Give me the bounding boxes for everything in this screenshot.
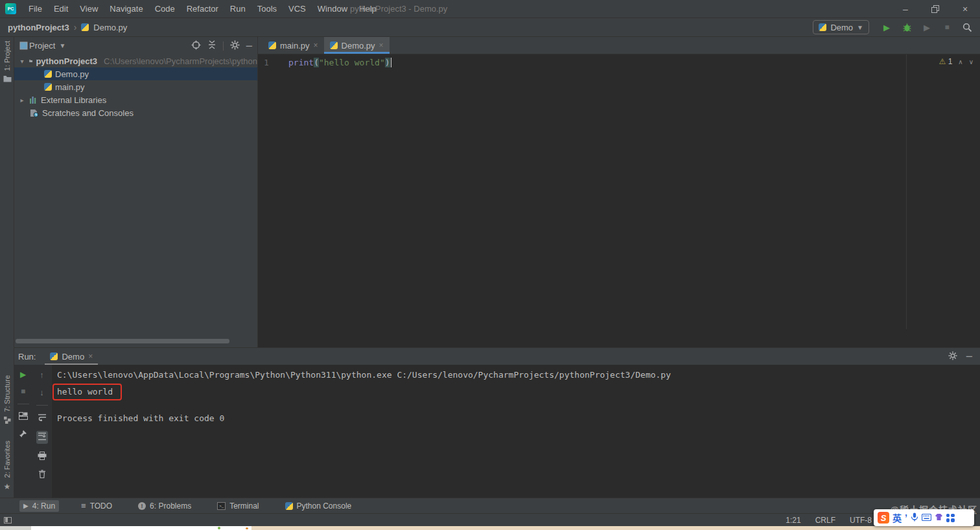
stop-process-button[interactable]: ■ [21, 387, 25, 396]
breadcrumb-separator-icon: › [74, 22, 77, 32]
favorites-stripe-label: 2: Favorites [3, 441, 11, 478]
soft-wrap-button[interactable] [38, 413, 47, 423]
horizontal-scrollbar[interactable] [16, 339, 229, 343]
menu-file[interactable]: File [23, 4, 48, 14]
status-bar: 1:21 CRLF UTF-8 [0, 513, 980, 526]
stripe-bottom-group: 7: Structure 2: Favorites ★ [0, 371, 14, 495]
rerun-button[interactable]: ▶ [20, 370, 26, 379]
down-stacktrace-button[interactable]: ↓ [40, 387, 44, 397]
pin-tab-button[interactable] [19, 430, 27, 440]
menu-vcs[interactable]: VCS [283, 4, 312, 14]
locate-file-button[interactable] [191, 40, 201, 52]
soft-wrap-icon [38, 413, 47, 421]
trash-icon [38, 470, 46, 478]
menu-edit[interactable]: Edit [48, 4, 74, 14]
chevron-expanded-icon[interactable]: ▾ [18, 58, 26, 65]
window-controls: – × [891, 0, 980, 18]
navigation-toolbar: pythonProject3 › Demo.py Demo ▼ ▶ [0, 18, 980, 37]
previous-problem-button[interactable]: ∧ [958, 58, 962, 65]
right-margin-guide [906, 54, 907, 329]
breadcrumb-file[interactable]: Demo.py [93, 23, 127, 32]
up-stacktrace-button[interactable]: ↑ [40, 370, 44, 380]
window-close-button[interactable]: × [950, 0, 980, 18]
tool-window-button-problems[interactable]: ! 6: Problems [134, 500, 195, 512]
hide-panel-button[interactable]: ─ [246, 41, 252, 51]
tree-item-root[interactable]: ▾ pythonProject3 C:\Users\lenovo\Pycharm… [14, 54, 257, 67]
project-stripe-label: 1: Project [3, 41, 11, 71]
ime-voice-button[interactable] [911, 513, 918, 524]
menu-navigate[interactable]: Navigate [104, 4, 148, 14]
menu-tools[interactable]: Tools [251, 4, 283, 14]
run-config-selector[interactable]: Demo ▼ [813, 20, 869, 34]
menu-refactor[interactable]: Refactor [181, 4, 224, 14]
inspections-widget: ⚠ 1 ∧ ∨ [939, 57, 974, 66]
toolbar-divider [18, 404, 29, 404]
ime-punctuation-toggle[interactable]: ’ [905, 514, 907, 521]
sogou-logo-icon[interactable]: S [878, 512, 889, 524]
tree-item-external-libraries[interactable]: ▸ External Libraries [14, 93, 257, 106]
tool-window-button-favorites[interactable]: 2: Favorites ★ [0, 437, 14, 495]
folder-icon [29, 57, 32, 65]
run-settings-button[interactable] [948, 351, 957, 362]
stop-button[interactable]: ■ [940, 21, 953, 34]
hide-run-panel-button[interactable]: ─ [966, 351, 972, 362]
window-minimize-button[interactable]: – [891, 0, 920, 18]
ime-skin-button[interactable] [935, 513, 943, 523]
structure-stripe-label: 7: Structure [3, 375, 11, 412]
debug-button[interactable] [900, 21, 913, 34]
run-left-toolbar: ▶ ■ [14, 365, 32, 498]
ime-keyboard-button[interactable] [922, 513, 931, 523]
console-exit-line: Process finished with exit code 0 [57, 412, 980, 425]
scroll-to-end-button[interactable] [36, 431, 48, 444]
window-title: pythonProject3 - Demo.py [350, 4, 447, 14]
tool-window-button-python-console[interactable]: Python Console [281, 500, 356, 512]
python-file-icon [44, 83, 52, 91]
tool-window-button-project[interactable]: 1: Project [0, 37, 14, 86]
run-panel-header: Run: Demo × ─ [14, 348, 980, 365]
tool-window-button-structure[interactable]: 7: Structure [0, 371, 14, 428]
libraries-icon [29, 96, 38, 104]
window-restore-button[interactable] [920, 0, 950, 18]
run-tab-demo[interactable]: Demo × [45, 348, 98, 365]
tree-item-scratches[interactable]: Scratches and Consoles [14, 106, 257, 119]
menu-window[interactable]: Window [312, 4, 353, 14]
tool-window-button-run[interactable]: ▶ 4: Run [19, 500, 59, 512]
tool-window-button-terminal[interactable]: >_ Terminal [213, 500, 262, 512]
close-icon[interactable]: × [379, 41, 384, 50]
run-with-coverage-button[interactable]: ▶ [920, 21, 933, 34]
ime-toolbox-icon[interactable] [946, 514, 955, 522]
search-everywhere-button[interactable] [961, 21, 974, 34]
menu-code[interactable]: Code [149, 4, 181, 14]
chevron-collapsed-icon[interactable]: ▸ [18, 97, 26, 104]
run-toolbar: Demo ▼ ▶ ▶ ■ [813, 20, 980, 34]
menu-view[interactable]: View [74, 4, 104, 14]
run-button[interactable]: ▶ [880, 21, 893, 34]
file-encoding[interactable]: UTF-8 [850, 516, 872, 525]
print-button[interactable] [38, 452, 47, 462]
restore-layout-button[interactable] [19, 412, 28, 422]
code-token-close-paren: ) [385, 58, 390, 67]
clear-console-button[interactable] [38, 470, 46, 480]
tab-demo-py[interactable]: Demo.py × [324, 37, 390, 54]
line-separator[interactable]: CRLF [815, 516, 835, 525]
project-settings-button[interactable] [230, 40, 240, 52]
collapse-all-button[interactable] [207, 40, 216, 51]
close-icon[interactable]: × [88, 352, 93, 361]
ime-language-toggle[interactable]: 英 [892, 511, 902, 524]
toolbar-divider [223, 41, 224, 51]
tree-item-demo-py[interactable]: Demo.py [14, 67, 257, 80]
code-editor[interactable]: 1 print("hello world") ⚠ 1 ∧ ∨ [258, 54, 980, 347]
run-config-name: Demo [830, 23, 853, 32]
project-panel-title[interactable]: Project [29, 41, 55, 51]
close-icon[interactable]: × [314, 41, 318, 50]
tab-main-py[interactable]: main.py × [262, 37, 324, 54]
next-problem-button[interactable]: ∨ [969, 58, 974, 65]
tool-window-button-todo[interactable]: ≡ TODO [77, 500, 116, 512]
run-console[interactable]: C:\Users\lenovo\AppData\Local\Programs\P… [52, 365, 980, 498]
caret-position[interactable]: 1:21 [786, 516, 800, 525]
menu-run[interactable]: Run [224, 4, 251, 14]
breadcrumb-project[interactable]: pythonProject3 [8, 23, 69, 32]
tree-item-main-py[interactable]: main.py [14, 80, 257, 93]
console-blank-line [57, 400, 980, 412]
tool-window-toggle-icon[interactable] [4, 517, 12, 524]
